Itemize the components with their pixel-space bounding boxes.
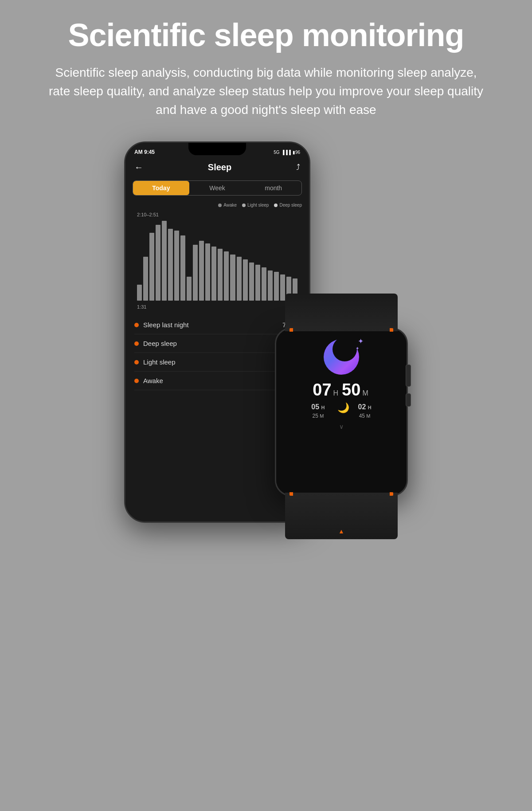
stat-dot	[134, 360, 139, 364]
status-icons: 5G ▐▐▐ ▮96	[274, 150, 300, 155]
app-header: ← Sleep ⤴	[125, 159, 309, 176]
watch-minutes: 50	[342, 380, 360, 400]
network-icon: 5G	[274, 150, 279, 155]
bar	[224, 251, 229, 301]
back-button[interactable]: ←	[134, 162, 143, 172]
chevron-down-icon: ∨	[339, 423, 344, 430]
tabs-container: Today Week month	[133, 180, 302, 196]
watch-sub-left-m: 25 M	[312, 413, 324, 419]
stat-dot	[134, 323, 139, 327]
watch-screen: ✦ ✦ 07 H 50 M 05 H 25 M	[276, 329, 407, 495]
status-time: AM 9:45	[134, 149, 155, 155]
battery-icon: ▮96	[293, 150, 300, 155]
phone-notch	[188, 143, 246, 155]
bar	[168, 229, 173, 301]
bar	[162, 221, 167, 301]
share-button[interactable]: ⤴	[296, 163, 300, 172]
watch-lug-br	[390, 492, 393, 496]
watch-crown-2	[406, 393, 411, 407]
bar	[211, 247, 216, 301]
tab-week[interactable]: Week	[189, 181, 246, 195]
stat-dot	[134, 379, 139, 383]
light-sleep-dot	[242, 204, 246, 207]
bar	[262, 267, 266, 301]
watch-time-sub: 05 H 25 M 🌙 02 H 45 M	[311, 402, 371, 419]
bar	[255, 265, 260, 301]
app-title: Sleep	[208, 162, 231, 172]
watch-mockup: ✦ ✦ 07 H 50 M 05 H 25 M	[275, 328, 408, 496]
awake-dot	[218, 204, 222, 207]
stat-label: Sleep last night	[143, 321, 189, 329]
moon-crescent	[332, 337, 357, 361]
watch-hours-unit: H	[333, 389, 339, 397]
bar	[193, 245, 198, 301]
bar	[237, 257, 242, 301]
main-title: Scientific sleep monitoring	[44, 18, 488, 53]
stat-sleep-last-night: Sleep last night 7H2M	[134, 316, 300, 334]
watch-sub-left: 05 H 25 M	[311, 402, 325, 419]
bar	[187, 277, 192, 301]
legend-deep-sleep: Deep sleep	[274, 203, 302, 208]
bar	[205, 243, 210, 301]
legend-light-sleep: Light sleep	[242, 203, 269, 208]
stat-dot	[134, 341, 139, 346]
chart-x-start: 1:31	[137, 304, 146, 310]
watch-lug-bl	[289, 492, 293, 496]
devices-section: AM 9:45 5G ▐▐▐ ▮96 ← Sleep ⤴ Today We	[27, 141, 505, 523]
moon-icon: 🌙	[337, 402, 349, 419]
watch-sub-right-m: 45 M	[359, 413, 371, 419]
bar	[230, 255, 235, 301]
bar	[174, 231, 179, 301]
stat-label: Awake	[143, 377, 163, 384]
watch-band-top	[285, 294, 398, 331]
bar	[149, 233, 154, 301]
watch-crown	[406, 364, 411, 387]
tab-today[interactable]: Today	[133, 181, 189, 195]
chart-time-range: 2:10–2:51	[137, 212, 159, 217]
watch-moon-graphic: ✦ ✦	[319, 337, 364, 377]
legend-awake: Awake	[218, 203, 237, 208]
watch-lug-tr	[390, 328, 393, 332]
watch-sub-left-h: 05 H	[311, 402, 325, 412]
bar	[218, 249, 223, 301]
bar	[137, 285, 142, 301]
star-icon-1: ✦	[358, 337, 364, 345]
bar	[143, 257, 148, 301]
stat-label: Deep sleep	[143, 340, 177, 347]
star-icon-2: ✦	[356, 346, 359, 351]
chart-x-labels: 1:31 8:33	[137, 304, 297, 310]
watch-hours: 07	[313, 380, 331, 400]
bar	[180, 235, 185, 301]
watch-sub-right-h: 02 H	[358, 402, 372, 412]
chart-bars	[137, 221, 297, 301]
subtitle: Scientific sleep analysis, conducting bi…	[44, 63, 488, 119]
sleep-chart: 2:10–2:51	[133, 212, 302, 310]
chart-legend: Awake Light sleep Deep sleep	[125, 200, 309, 210]
deep-sleep-dot	[274, 204, 278, 207]
watch-lug-tl	[289, 328, 293, 332]
watch-band-bottom	[285, 493, 398, 539]
bar	[249, 262, 254, 301]
bar	[280, 274, 285, 301]
bar	[274, 272, 279, 301]
stat-label: Light sleep	[143, 358, 176, 366]
bar	[156, 225, 160, 301]
signal-icon: ▐▐▐	[282, 150, 291, 155]
watch-sub-right: 02 H 45 M	[358, 402, 372, 419]
bar	[243, 259, 248, 301]
bar	[268, 270, 273, 301]
header-section: Scientific sleep monitoring Scientific s…	[44, 18, 488, 119]
bar	[199, 241, 204, 301]
watch-time-main: 07 H 50 M	[313, 380, 370, 400]
watch-minutes-unit: M	[362, 389, 368, 397]
tab-month[interactable]: month	[245, 181, 301, 195]
